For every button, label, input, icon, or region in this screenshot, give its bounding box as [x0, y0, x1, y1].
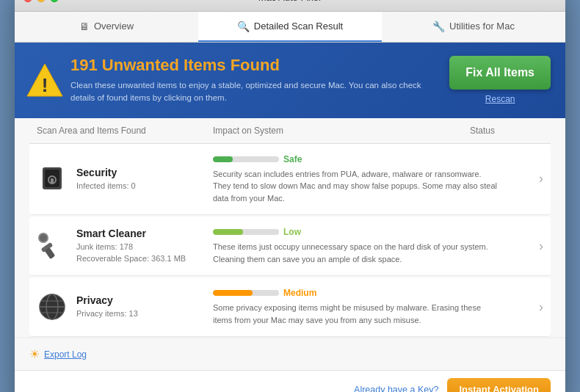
window-title: Mac Auto Fixer — [258, 0, 322, 3]
close-button[interactable] — [23, 0, 32, 2]
tab-utilities-label: Utilities for Mac — [449, 21, 515, 32]
item-left-privacy: Privacy Privacy items: 13 — [37, 291, 213, 322]
cleaner-info: Smart Cleaner Junk items: 178 Recoverabl… — [76, 228, 186, 265]
banner-title-text: Unwanted Items Found — [102, 56, 280, 74]
monitor-icon: 🖥 — [79, 21, 90, 32]
chevron-right-icon[interactable]: › — [539, 239, 543, 254]
warning-icon: ! — [29, 65, 60, 95]
fix-all-button[interactable]: Fix All Items — [449, 56, 551, 90]
impact-bar-fill — [213, 290, 253, 296]
scan-results: Scan Area and Items Found Impact on Syst… — [15, 118, 565, 338]
privacy-icon — [37, 291, 68, 322]
item-left-cleaner: Smart Cleaner Junk items: 178 Recoverabl… — [37, 228, 213, 265]
cleaner-impact: Low These items just occupy unnecessary … — [213, 227, 499, 265]
banner-content: 191 Unwanted Items Found Clean these unw… — [70, 56, 439, 105]
security-impact: Safe Security scan includes entries from… — [213, 154, 499, 205]
security-action[interactable]: › — [499, 171, 543, 186]
cleaner-name: Smart Cleaner — [76, 228, 186, 239]
tab-scan-label: Detailed Scan Result — [254, 21, 343, 32]
table-header: Scan Area and Items Found Impact on Syst… — [29, 118, 551, 144]
svg-point-9 — [40, 234, 47, 242]
bottom-bar: Already have a Key? Instant Activation — [15, 370, 565, 392]
wrench-icon: 🔧 — [432, 21, 445, 32]
export-footer: ☀ Export Log — [15, 338, 565, 370]
impact-desc: Some privacy exposing items might be mis… — [213, 302, 499, 326]
banner-title: 191 Unwanted Items Found — [70, 56, 439, 75]
minimize-button[interactable] — [37, 0, 46, 2]
traffic-lights — [23, 0, 59, 2]
col-scan-area: Scan Area and Items Found — [37, 126, 213, 136]
cleaner-action[interactable]: › — [499, 239, 543, 254]
privacy-impact: Medium Some privacy exposing items might… — [213, 288, 499, 326]
security-icon — [37, 164, 68, 195]
impact-label: Safe — [283, 154, 302, 164]
svg-rect-5 — [51, 178, 54, 184]
col-status: Status — [470, 126, 543, 136]
security-name: Security — [76, 167, 136, 178]
rescan-link[interactable]: Rescan — [485, 94, 515, 104]
impact-bar-bg — [213, 156, 279, 162]
table-row[interactable]: Privacy Privacy items: 13 Medium Some pr… — [29, 277, 551, 337]
privacy-action[interactable]: › — [499, 300, 543, 315]
privacy-sub: Privacy items: 13 — [76, 308, 138, 320]
privacy-info: Privacy Privacy items: 13 — [76, 294, 138, 320]
banner-description: Clean these unwanted items to enjoy a st… — [70, 79, 439, 105]
col-impact: Impact on System — [213, 126, 470, 136]
item-count: 191 — [70, 56, 98, 74]
cleaner-icon — [37, 231, 68, 261]
security-sub: Infected items: 0 — [76, 180, 136, 192]
already-have-key-link[interactable]: Already have a Key? — [354, 385, 438, 393]
action-area: Fix All Items Rescan — [449, 56, 551, 104]
maximize-button[interactable] — [50, 0, 59, 2]
tab-bar: 🖥 Overview 🔍 Detailed Scan Result 🔧 Util… — [15, 12, 565, 43]
app-window: Mac Auto Fixer 🖥 Overview 🔍 Detailed Sca… — [15, 0, 565, 392]
svg-text:!: ! — [42, 74, 48, 96]
impact-label: Medium — [283, 288, 316, 298]
impact-bar-fill — [213, 229, 243, 235]
chevron-right-icon[interactable]: › — [539, 300, 543, 315]
tab-utilities[interactable]: 🔧 Utilities for Mac — [382, 12, 565, 42]
instant-activation-button[interactable]: Instant Activation — [447, 378, 551, 392]
impact-label: Low — [283, 227, 301, 237]
impact-desc: Security scan includes entries from PUA,… — [213, 168, 499, 205]
tab-overview[interactable]: 🖥 Overview — [15, 12, 198, 42]
security-info: Security Infected items: 0 — [76, 167, 136, 192]
tab-scan[interactable]: 🔍 Detailed Scan Result — [198, 12, 382, 42]
impact-bar-bg — [213, 229, 279, 235]
sun-icon: ☀ — [29, 347, 40, 361]
table-row[interactable]: Smart Cleaner Junk items: 178 Recoverabl… — [29, 217, 551, 276]
chevron-right-icon[interactable]: › — [539, 171, 543, 186]
impact-desc: These items just occupy unnecessary spac… — [213, 241, 499, 265]
title-bar: Mac Auto Fixer — [15, 0, 565, 12]
item-left-security: Security Infected items: 0 — [37, 164, 213, 195]
impact-bar-fill — [213, 156, 233, 162]
impact-bar-bg — [213, 290, 279, 296]
export-log-link[interactable]: Export Log — [44, 349, 87, 360]
tab-overview-label: Overview — [94, 21, 134, 32]
cleaner-sub: Junk items: 178 Recoverable Space: 363.1… — [76, 241, 186, 265]
scan-banner: ! 191 Unwanted Items Found Clean these u… — [15, 43, 565, 118]
table-row[interactable]: Security Infected items: 0 Safe Security… — [29, 144, 551, 216]
search-icon: 🔍 — [237, 21, 250, 32]
privacy-name: Privacy — [76, 294, 138, 306]
